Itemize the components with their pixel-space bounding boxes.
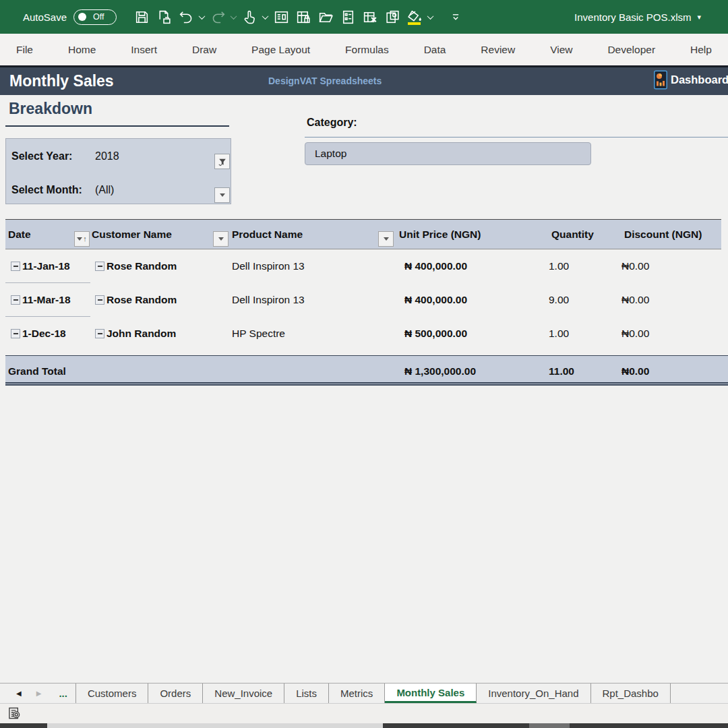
tab-data[interactable]: Data xyxy=(424,44,446,56)
save-icon[interactable] xyxy=(133,8,150,26)
cell-customer: John Random xyxy=(107,317,176,351)
status-bar xyxy=(0,703,728,723)
report-subtitle: Breakdown xyxy=(9,100,92,118)
cell-discount: ₦0.00 xyxy=(621,249,649,283)
sheet-overflow-button[interactable]: ... xyxy=(51,684,76,703)
dropdown-arrow-icon xyxy=(77,237,82,241)
protect-sheet-icon[interactable] xyxy=(295,8,312,26)
sheet-nav-right-icon: ▶ xyxy=(36,690,42,697)
collapse-date-button[interactable] xyxy=(11,295,20,305)
cell-quantity: 1.00 xyxy=(549,249,569,283)
record-macro-status-icon[interactable] xyxy=(6,705,24,723)
autosave-label: AutoSave xyxy=(23,11,67,23)
tab-help[interactable]: Help xyxy=(690,44,712,56)
customize-qat-icon[interactable] xyxy=(447,8,464,26)
date-sort-filter-button[interactable]: ↑ xyxy=(74,231,90,247)
dropdown-arrow-icon xyxy=(218,237,224,241)
camera-icon[interactable] xyxy=(384,8,401,26)
cell-unit-price: ₦ 400,000.00 xyxy=(404,249,467,283)
category-underline xyxy=(305,137,728,138)
record-macro-icon[interactable] xyxy=(339,8,357,26)
grand-total-row: Grand Total ₦ 1,300,000.00 11.00 ₦0.00 xyxy=(5,355,728,386)
tab-view[interactable]: View xyxy=(550,44,572,56)
quick-access-toolbar xyxy=(133,8,464,26)
tab-formulas[interactable]: Formulas xyxy=(345,44,389,56)
bottom-strip-segment xyxy=(0,723,47,728)
collapse-customer-button[interactable] xyxy=(95,295,104,305)
column-header-date: Date xyxy=(8,220,31,249)
undo-icon[interactable] xyxy=(177,8,195,26)
cell-discount: ₦0.00 xyxy=(621,283,649,317)
dropdown-arrow-icon xyxy=(220,193,225,197)
tab-home[interactable]: Home xyxy=(68,44,96,56)
title-bar: AutoSave Off xyxy=(0,0,728,34)
open-folder-icon[interactable] xyxy=(317,8,334,26)
tab-draw[interactable]: Draw xyxy=(192,44,216,56)
undo-dropdown-icon[interactable] xyxy=(199,13,206,20)
document-title-dropdown-icon: ▾ xyxy=(697,13,701,22)
customer-filter-button[interactable] xyxy=(213,231,229,247)
collapse-date-button[interactable] xyxy=(11,329,20,338)
month-filter-button[interactable] xyxy=(214,187,230,203)
sheet-tab-new-invoice[interactable]: New_Invoice xyxy=(203,684,284,703)
column-header-discount: Discount (NGN) xyxy=(624,220,702,249)
tab-file[interactable]: File xyxy=(16,44,33,56)
cell-customer: Rose Random xyxy=(107,249,177,283)
autosave-control: AutoSave Off xyxy=(23,9,117,25)
column-header-quantity: Quantity xyxy=(551,220,594,249)
sheet-nav: ◀ ▶ xyxy=(0,684,51,703)
sheet-tab-metrics[interactable]: Metrics xyxy=(329,684,385,703)
cell-unit-price: ₦ 400,000.00 xyxy=(404,283,467,317)
funnel-icon xyxy=(218,157,227,166)
dashboard-button[interactable]: Dashboard xyxy=(654,70,728,90)
sheet-tab-monthly-sales[interactable]: Monthly Sales xyxy=(385,684,477,703)
fill-color-swatch xyxy=(408,22,421,25)
sheet-tab-lists[interactable]: Lists xyxy=(284,684,329,703)
collapse-customer-button[interactable] xyxy=(95,329,104,338)
redo-dropdown-icon xyxy=(231,13,237,20)
cell-quantity: 1.00 xyxy=(549,317,569,351)
excel-window: AutoSave Off xyxy=(0,0,728,728)
sheet-nav-left-icon[interactable]: ◀ xyxy=(16,690,22,697)
sheet-tab-rpt-dashboard[interactable]: Rpt_Dashbo xyxy=(591,684,671,703)
dropdown-arrow-icon xyxy=(384,237,389,241)
table-row: 11-Mar-18 Rose Random Dell Inspiron 13 ₦… xyxy=(0,283,728,317)
report-header-bar: Monthly Sales DesignVAT Spreadsheets Das… xyxy=(0,65,728,95)
print-preview-icon[interactable] xyxy=(155,8,173,26)
grand-total-unit-price: ₦ 1,300,000.00 xyxy=(404,356,476,386)
form-icon[interactable] xyxy=(272,8,290,26)
column-header-customer: Customer Name xyxy=(92,220,172,249)
bottom-strip-segment xyxy=(529,723,570,728)
category-label: Category: xyxy=(307,117,357,129)
cell-date: 11-Jan-18 xyxy=(22,249,70,283)
touch-mode-icon[interactable] xyxy=(241,8,258,26)
tab-developer[interactable]: Developer xyxy=(607,44,655,56)
collapse-customer-button[interactable] xyxy=(95,262,104,271)
autosave-state: Off xyxy=(93,12,104,22)
document-title-text: Inventory Basic POS.xlsm xyxy=(574,11,691,23)
cell-date: 1-Dec-18 xyxy=(22,317,66,351)
column-header-product: Product Name xyxy=(232,220,303,249)
redo-icon xyxy=(209,8,226,26)
tab-review[interactable]: Review xyxy=(481,44,515,56)
dashboard-button-label: Dashboard xyxy=(671,73,728,86)
tab-page-layout[interactable]: Page Layout xyxy=(251,44,310,56)
table-row: 11-Jan-18 Rose Random Dell Inspiron 13 ₦… xyxy=(0,249,728,283)
fill-color-icon[interactable] xyxy=(406,8,423,26)
tab-insert[interactable]: Insert xyxy=(131,44,157,56)
sheet-tab-orders[interactable]: Orders xyxy=(148,684,203,703)
sheet-tab-inventory-on-hand[interactable]: Inventory_On_Hand xyxy=(477,684,590,703)
collapse-date-button[interactable] xyxy=(11,262,20,271)
year-filter-button[interactable] xyxy=(214,154,230,169)
autosave-toggle[interactable]: Off xyxy=(73,9,117,25)
fill-color-dropdown-icon[interactable] xyxy=(427,13,434,20)
page-title: Monthly Sales xyxy=(9,72,114,90)
document-title[interactable]: Inventory Basic POS.xlsm ▾ xyxy=(574,0,701,34)
product-filter-button[interactable] xyxy=(378,231,394,247)
table-header-row: Date ↑ Customer Name Product Name Unit P… xyxy=(5,220,721,249)
delete-cells-icon[interactable] xyxy=(361,8,379,26)
touch-mode-dropdown-icon[interactable] xyxy=(262,13,269,20)
category-slicer-label: Laptop xyxy=(315,148,346,160)
category-slicer-item[interactable]: Laptop xyxy=(305,142,591,165)
sheet-tab-customers[interactable]: Customers xyxy=(76,684,149,703)
